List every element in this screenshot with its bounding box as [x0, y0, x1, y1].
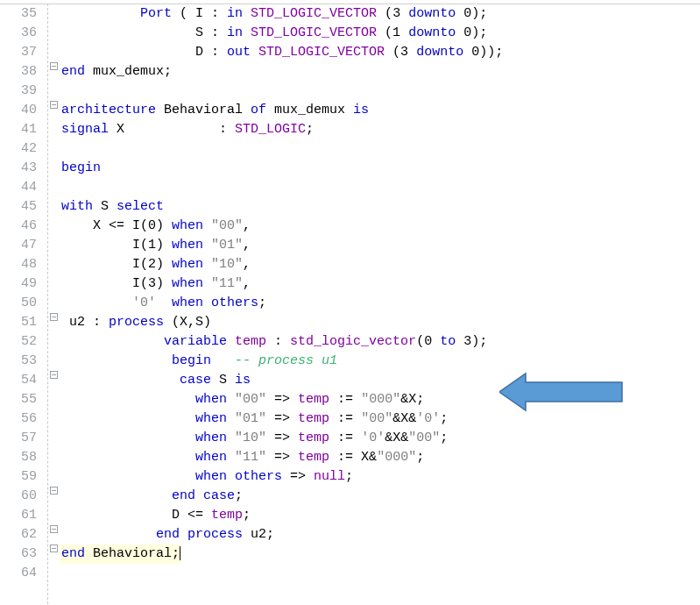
code-line[interactable]: 44	[0, 178, 700, 197]
code-text[interactable]: I(1) when "01",	[60, 236, 251, 255]
code-text[interactable]: end Behavioral;	[60, 544, 180, 564]
fold-marker-icon[interactable]	[47, 544, 60, 552]
code-text[interactable]: '0' when others;	[60, 294, 266, 313]
code-line[interactable]: 52 variable temp : std_logic_vector(0 to…	[0, 332, 700, 352]
fold-marker-icon[interactable]	[47, 62, 60, 70]
gutter-line-number: 57	[0, 429, 40, 448]
code-text[interactable]: D <= temp;	[60, 506, 251, 525]
code-line[interactable]: 58 when "11" => temp := X&"000";	[0, 448, 700, 467]
gutter-line-number: 62	[0, 525, 40, 544]
code-line[interactable]: 61 D <= temp;	[0, 506, 700, 525]
code-line[interactable]: 51 u2 : process (X,S)	[0, 313, 700, 332]
code-text[interactable]: begin -- process u1	[60, 352, 337, 371]
code-line[interactable]: 45with S select	[0, 197, 700, 217]
code-text[interactable]: Port ( I : in STD_LOGIC_VECTOR (3 downto…	[60, 4, 487, 24]
code-line[interactable]: 60 end case;	[0, 487, 700, 506]
gutter-line-number: 55	[0, 390, 40, 409]
gutter-line-number: 50	[0, 294, 40, 313]
code-text[interactable]: S : in STD_LOGIC_VECTOR (1 downto 0);	[60, 24, 487, 43]
code-text[interactable]: variable temp : std_logic_vector(0 to 3)…	[60, 332, 487, 352]
gutter-line-number: 45	[0, 197, 40, 217]
code-line[interactable]: 63end Behavioral;	[0, 544, 700, 564]
gutter-line-number: 37	[0, 43, 40, 62]
code-line[interactable]: 47 I(1) when "01",	[0, 236, 700, 255]
gutter-line-number: 58	[0, 448, 40, 467]
gutter-line-number: 46	[0, 217, 40, 236]
gutter-line-number: 39	[0, 82, 40, 101]
fold-guide	[47, 4, 49, 605]
code-line[interactable]: 40architecture Behavioral of mux_demux i…	[0, 101, 700, 120]
gutter-line-number: 36	[0, 24, 40, 43]
code-line[interactable]: 49 I(3) when "11",	[0, 274, 700, 294]
gutter-line-number: 43	[0, 159, 40, 178]
gutter-line-number: 51	[0, 313, 40, 332]
code-text[interactable]: with S select	[60, 197, 164, 217]
gutter-line-number: 41	[0, 120, 40, 139]
text-cursor	[180, 546, 180, 560]
code-line-truncated: 64	[0, 564, 700, 583]
fold-marker-icon[interactable]	[47, 525, 60, 533]
code-text[interactable]: begin	[60, 159, 101, 178]
code-line[interactable]: 43begin	[0, 159, 700, 178]
gutter-line-number: 52	[0, 332, 40, 352]
gutter-line-number: 61	[0, 506, 40, 525]
code-line[interactable]: 39	[0, 82, 700, 101]
code-text[interactable]: case S is	[60, 371, 251, 390]
code-text[interactable]: I(3) when "11",	[60, 274, 251, 294]
svg-marker-14	[499, 374, 622, 410]
code-text[interactable]: when "01" => temp := "00"&X&'0';	[60, 409, 448, 429]
code-text[interactable]: X <= I(0) when "00",	[60, 217, 251, 236]
gutter-line-number: 38	[0, 62, 40, 82]
code-text[interactable]: end case;	[60, 487, 243, 506]
code-line[interactable]: 50 '0' when others;	[0, 294, 700, 313]
fold-marker-icon[interactable]	[47, 313, 60, 321]
code-line[interactable]: 59 when others => null;	[0, 467, 700, 487]
code-editor: { "lines":[ {"num":35,"mark":"bar","segs…	[0, 0, 700, 605]
code-line[interactable]: 62 end process u2;	[0, 525, 700, 544]
code-body[interactable]: 35 Port ( I : in STD_LOGIC_VECTOR (3 dow…	[0, 4, 700, 583]
code-text[interactable]: end process u2;	[60, 525, 274, 544]
gutter-line-number: 35	[0, 4, 40, 24]
gutter-line-number: 63	[0, 544, 40, 564]
gutter-line-number: 59	[0, 467, 40, 487]
gutter-line-number: 40	[0, 101, 40, 120]
fold-marker-icon[interactable]	[47, 487, 60, 495]
gutter-line-number: 44	[0, 178, 40, 197]
code-line[interactable]: 46 X <= I(0) when "00",	[0, 217, 700, 236]
gutter-line-number: 47	[0, 236, 40, 255]
code-text[interactable]: signal X : STD_LOGIC;	[60, 120, 314, 139]
gutter-line-number: 54	[0, 371, 40, 390]
gutter-line-number: 49	[0, 274, 40, 294]
code-line[interactable]: 35 Port ( I : in STD_LOGIC_VECTOR (3 dow…	[0, 4, 700, 24]
code-line[interactable]: 36 S : in STD_LOGIC_VECTOR (1 downto 0);	[0, 24, 700, 43]
annotation-arrow-icon	[499, 368, 631, 416]
code-text[interactable]: end mux_demux;	[60, 62, 172, 82]
code-text[interactable]: I(2) when "10",	[60, 255, 251, 274]
code-text[interactable]: when "10" => temp := '0'&X&"00";	[60, 429, 448, 448]
gutter-line-number: 42	[0, 139, 40, 159]
code-line[interactable]: 57 when "10" => temp := '0'&X&"00";	[0, 429, 700, 448]
code-line[interactable]: 48 I(2) when "10",	[0, 255, 700, 274]
gutter-line-number: 48	[0, 255, 40, 274]
code-text[interactable]: when "00" => temp := "000"&X;	[60, 390, 424, 409]
fold-marker-icon[interactable]	[47, 371, 60, 379]
code-text[interactable]: D : out STD_LOGIC_VECTOR (3 downto 0));	[60, 43, 503, 62]
fold-marker-icon[interactable]	[47, 101, 60, 109]
code-line[interactable]: 42	[0, 139, 700, 159]
gutter-line-number: 60	[0, 487, 40, 506]
code-text[interactable]: u2 : process (X,S)	[60, 313, 211, 332]
code-line[interactable]: 37 D : out STD_LOGIC_VECTOR (3 downto 0)…	[0, 43, 700, 62]
code-line[interactable]: 38end mux_demux;	[0, 62, 700, 82]
code-text[interactable]: when others => null;	[60, 467, 353, 487]
code-line[interactable]: 41signal X : STD_LOGIC;	[0, 120, 700, 139]
gutter-line-number: 53	[0, 352, 40, 371]
code-text[interactable]: architecture Behavioral of mux_demux is	[60, 101, 369, 120]
gutter-line-number: 56	[0, 409, 40, 429]
code-text[interactable]: when "11" => temp := X&"000";	[60, 448, 424, 467]
